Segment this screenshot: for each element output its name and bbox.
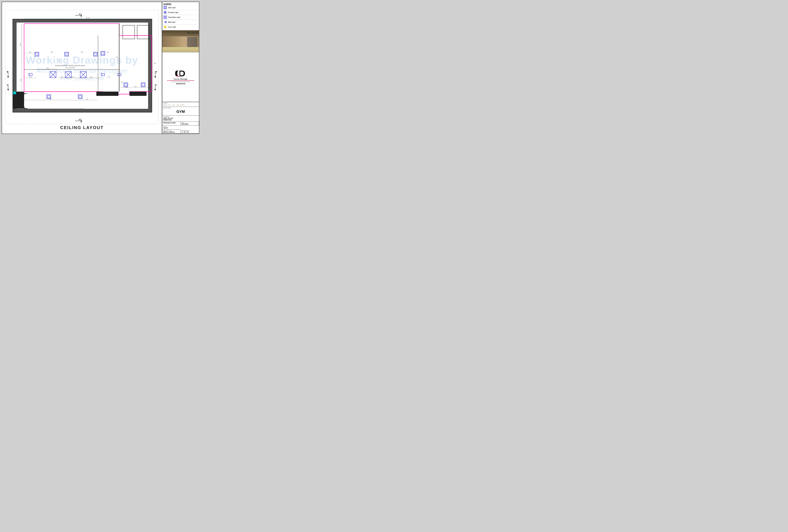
svg-text:10.40: 10.40 (86, 17, 90, 19)
scale-cell: Scale TO FIT (162, 126, 181, 129)
svg-text:2.00: 2.00 (81, 52, 83, 53)
floor-value: GROUND FLOOR (163, 122, 180, 124)
svg-rect-73 (101, 74, 104, 76)
svg-point-57 (94, 53, 97, 56)
bottom-details: GROUND FLOOR Date MAY.2023 Scale TO FIT (162, 122, 199, 129)
scale-value: TO FIT (163, 127, 180, 129)
legend-item-wall: Wall Light (163, 20, 198, 25)
svg-text:2.00: 2.00 (51, 52, 53, 53)
drawing-no-label: Drawing No: (181, 130, 198, 131)
client-name: BELAL AL-ALAWI (163, 104, 198, 106)
svg-point-76 (47, 95, 50, 98)
chandelier-light-label: Chandelier Light (168, 16, 180, 18)
room-photo-inner (162, 30, 199, 52)
svg-marker-18 (7, 89, 9, 91)
svg-point-163 (165, 26, 166, 27)
svg-point-94 (142, 83, 144, 86)
svg-text:0.85: 0.85 (72, 77, 74, 78)
svg-text:3.25: 3.25 (134, 86, 137, 87)
svg-rect-24 (13, 19, 152, 22)
design-style-label: Design Style: (163, 130, 180, 131)
page-wrapper: Working Drawings by Architect & interior… (2, 2, 199, 134)
photo-floor (162, 47, 199, 52)
legend-item-chandelier: Chandelier Light (163, 15, 198, 20)
legend-section: LEGEND: Spot Light (162, 2, 199, 30)
svg-text:1.35: 1.35 (29, 52, 31, 53)
chevron-2 (191, 32, 194, 34)
svg-point-88 (124, 83, 127, 86)
date-cell: Date MAY.2023 (181, 122, 199, 126)
client-row: Client: BELAL AL-ALAWI (162, 102, 199, 107)
svg-text:1.20: 1.20 (86, 99, 88, 100)
svg-text:3.06: 3.06 (20, 43, 21, 46)
svg-text:4.00: 4.00 (154, 63, 156, 64)
svg-text:GYPSUM BOARD / WHITE CEILING P: GYPSUM BOARD / WHITE CEILING PAINT (55, 65, 85, 66)
svg-rect-71 (29, 74, 32, 76)
svg-text:B: B (156, 71, 157, 73)
date-value: MAY.2023 (181, 123, 198, 125)
svg-rect-160 (165, 21, 166, 23)
drawing-title: CEILING LAYOUT (2, 125, 162, 130)
svg-text:4.40: 4.40 (53, 110, 55, 112)
cove-light-label: Cove Light (168, 26, 176, 28)
logo-tagline: INTERIOR DECORATION (171, 81, 190, 83)
svg-text:C: C (156, 84, 157, 86)
svg-rect-25 (13, 109, 152, 112)
legend-item-pendant: Pendant Light (163, 11, 198, 15)
svg-text:1.20: 1.20 (149, 87, 151, 88)
logo-phone: 0568407646 (176, 83, 185, 85)
logo-company-name: Curve Design (174, 78, 188, 80)
svg-rect-26 (148, 19, 152, 112)
engineer-row: ENGINEER: AMAL SALAH 0568407646 (162, 116, 199, 122)
svg-text:0.60: 0.60 (121, 81, 123, 83)
svg-marker-3 (81, 15, 82, 16)
svg-text:0.75: 0.75 (107, 77, 110, 78)
svg-point-82 (79, 95, 82, 98)
svg-rect-28 (123, 25, 135, 39)
design-style-value: NEOCLASSICAL (163, 131, 180, 133)
bottom-details-2: Design Style: NEOCLASSICAL Drawing No: A… (162, 129, 199, 134)
svg-point-130 (101, 52, 104, 55)
logo-section: Curve Design INTERIOR DECORATION 0568407… (162, 52, 199, 102)
space-name: GYM (163, 108, 198, 115)
legend-item-cove: Cove Light (163, 25, 198, 29)
spot-light-icon (163, 6, 167, 9)
svg-text:4.70: 4.70 (58, 19, 61, 20)
svg-text:↓: ↓ (6, 78, 7, 79)
pendant-light-icon (163, 11, 167, 14)
svg-text:2.90: 2.90 (90, 77, 93, 78)
drawing-area: Working Drawings by Architect & interior… (2, 2, 162, 134)
space-label: Space Name: (163, 107, 198, 108)
chandelier-light-icon (163, 15, 167, 19)
logo-area (175, 69, 186, 78)
svg-text:2.00: 2.00 (20, 79, 21, 81)
drawing-no-value: A - 10 - 04 (181, 131, 198, 133)
svg-point-51 (65, 53, 68, 56)
engineer-phone: 0568407646 (163, 119, 198, 121)
svg-text:0.85: 0.85 (61, 77, 63, 78)
chevron-3 (195, 32, 198, 34)
svg-text:3.90: 3.90 (134, 19, 137, 20)
svg-text:2.50: 2.50 (46, 68, 48, 69)
floor-cell: GROUND FLOOR (162, 122, 181, 126)
svg-rect-31 (130, 91, 146, 96)
scale-label: Scale (163, 126, 180, 127)
svg-text:4.00: 4.00 (116, 57, 118, 58)
svg-rect-33 (13, 94, 16, 94)
logo-underline (167, 80, 194, 81)
wall-light-label: Wall Light (168, 21, 175, 23)
svg-marker-11 (7, 76, 9, 78)
space-row: Space Name: GYM (162, 107, 199, 116)
room-photo (162, 30, 199, 52)
photo-equipment (187, 37, 197, 47)
svg-point-155 (165, 12, 165, 13)
wall-light-icon (163, 20, 167, 24)
spot-light-label: Spot Light (168, 7, 176, 8)
svg-text:1.90: 1.90 (148, 60, 151, 61)
chevron-1 (187, 32, 191, 34)
svg-rect-29 (137, 25, 149, 39)
cd-logo-svg (175, 69, 186, 78)
svg-point-45 (36, 53, 38, 56)
svg-text:2.00: 2.00 (49, 99, 52, 100)
svg-text:1.35: 1.35 (106, 52, 109, 53)
